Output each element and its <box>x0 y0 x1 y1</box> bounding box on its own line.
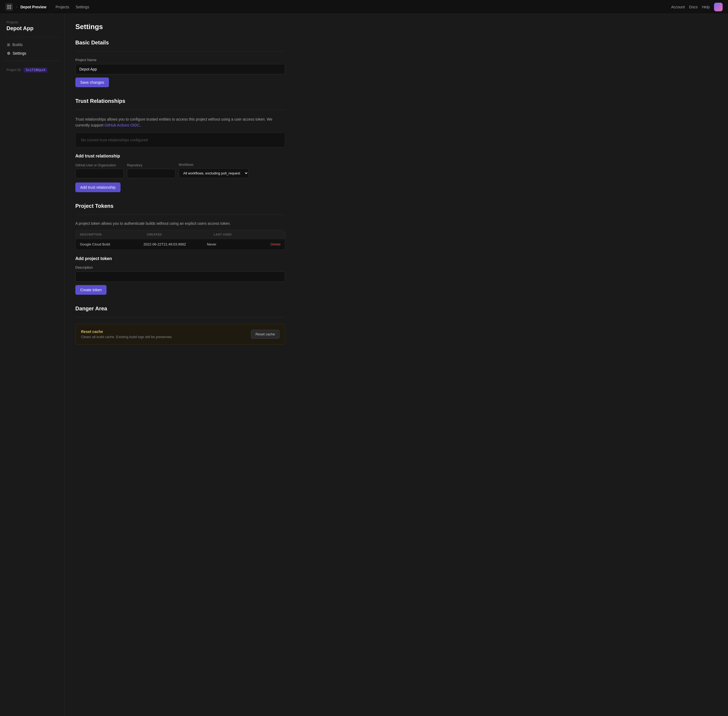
project-tokens-section: Project Tokens A project token allows yo… <box>75 203 285 295</box>
workflows-field: Workflows All workflows, excluding pull_… <box>179 163 248 178</box>
sidebar-divider <box>4 37 60 37</box>
reset-cache-button[interactable]: Reset cache <box>251 330 280 338</box>
reset-cache-info: Reset cache Clears all build cache. Exis… <box>81 329 173 339</box>
add-token-title: Add project token <box>75 256 285 261</box>
trust-relationships-section: Trust Relationships Trust relationships … <box>75 98 285 192</box>
docs-link[interactable]: Docs <box>689 5 698 9</box>
trust-relationships-title: Trust Relationships <box>75 98 285 104</box>
token-description-input[interactable] <box>75 272 285 282</box>
topnav-links: Projects Settings <box>53 3 92 11</box>
projects-nav-link[interactable]: Projects <box>53 3 72 11</box>
github-user-field: GitHub User or Organization <box>75 163 124 178</box>
repository-input[interactable] <box>127 169 176 178</box>
create-token-button[interactable]: Create token <box>75 285 106 295</box>
svg-rect-0 <box>7 5 9 6</box>
sidebar: Projects Depot App ⊞ Builds ⚙ Settings P… <box>0 14 65 716</box>
topnav: › Depot Preview Projects Settings Accoun… <box>0 0 728 14</box>
col-last-used: LAST USED <box>213 233 281 236</box>
tokens-divider <box>75 214 285 215</box>
save-changes-button[interactable]: Save changes <box>75 77 109 87</box>
reset-cache-card: Reset cache Clears all build cache. Exis… <box>75 324 285 344</box>
project-id-row: Project ID: 5x1f10kps4 <box>4 68 60 73</box>
github-user-label: GitHub User or Organization <box>75 163 124 167</box>
trust-empty-box: No current trust relationships configure… <box>75 133 285 147</box>
page-title: Settings <box>75 23 285 31</box>
main-content: Settings Basic Details Project Name Save… <box>65 14 296 716</box>
col-created: CREATED <box>147 233 214 236</box>
breadcrumb-chevron: › <box>16 5 17 9</box>
project-name-input[interactable] <box>75 64 285 74</box>
sidebar-item-builds-label: Builds <box>12 42 23 47</box>
tokens-table: DESCRIPTION CREATED LAST USED Google Clo… <box>75 230 285 250</box>
basic-details-divider <box>75 51 285 52</box>
tokens-description: A project token allows you to authentica… <box>75 221 285 226</box>
tokens-table-header: DESCRIPTION CREATED LAST USED <box>76 230 285 239</box>
builds-icon: ⊞ <box>7 42 10 47</box>
github-user-input[interactable] <box>75 169 124 178</box>
trust-desc-text-2: . <box>140 123 141 127</box>
topnav-right: Account Docs Help <box>671 3 723 11</box>
add-trust-button[interactable]: Add trust relationship <box>75 182 121 192</box>
delete-token-button[interactable]: Delete <box>270 242 281 246</box>
svg-rect-2 <box>7 7 9 9</box>
workflows-select[interactable]: All workflows, excluding pull_request Al… <box>179 168 248 178</box>
sidebar-item-builds[interactable]: ⊞ Builds <box>4 40 60 49</box>
project-id-badge[interactable]: 5x1f10kps4 <box>24 68 47 73</box>
repository-field: Repository <box>127 163 176 178</box>
repository-label: Repository <box>127 163 176 167</box>
sidebar-projects-label: Projects <box>4 20 60 24</box>
col-description: DESCRIPTION <box>80 233 147 236</box>
svg-rect-3 <box>9 7 11 9</box>
danger-area-section: Danger Area Reset cache Clears all build… <box>75 305 285 344</box>
sidebar-project-title: Depot App <box>4 25 60 32</box>
danger-divider <box>75 317 285 317</box>
token-description: Google Cloud Build <box>80 242 144 246</box>
oidc-link[interactable]: GitHub Actions OIDC <box>104 123 140 127</box>
user-avatar[interactable] <box>714 3 723 11</box>
token-description-label: Description <box>75 265 285 270</box>
project-tokens-title: Project Tokens <box>75 203 285 209</box>
basic-details-section: Basic Details Project Name Save changes <box>75 39 285 87</box>
reset-cache-title: Reset cache <box>81 329 173 334</box>
project-name-label: Project Name <box>75 58 285 62</box>
depot-logo[interactable] <box>5 3 13 11</box>
svg-rect-1 <box>9 5 11 6</box>
token-created: 2022-06-22T21:49:03.999Z <box>144 242 207 246</box>
sidebar-item-settings-label: Settings <box>13 51 26 55</box>
add-trust-title: Add trust relationship <box>75 154 285 159</box>
app-name: Depot Preview <box>20 5 46 9</box>
trust-fields: GitHub User or Organization Repository W… <box>75 163 285 178</box>
project-id-label: Project ID: <box>6 68 21 72</box>
table-row: Google Cloud Build 2022-06-22T21:49:03.9… <box>76 239 285 250</box>
sidebar-item-settings[interactable]: ⚙ Settings <box>4 49 60 58</box>
token-last-used: Never <box>207 242 270 246</box>
workflows-label: Workflows <box>179 163 248 167</box>
settings-icon: ⚙ <box>7 51 11 55</box>
reset-cache-desc: Clears all build cache. Existing build l… <box>81 335 173 339</box>
danger-area-title: Danger Area <box>75 305 285 312</box>
help-link[interactable]: Help <box>702 5 710 9</box>
settings-nav-link[interactable]: Settings <box>73 3 92 11</box>
basic-details-title: Basic Details <box>75 39 285 46</box>
trust-divider <box>75 109 285 110</box>
account-link[interactable]: Account <box>671 5 685 9</box>
layout: Projects Depot App ⊞ Builds ⚙ Settings P… <box>0 14 728 716</box>
trust-description: Trust relationships allows you to config… <box>75 116 285 128</box>
